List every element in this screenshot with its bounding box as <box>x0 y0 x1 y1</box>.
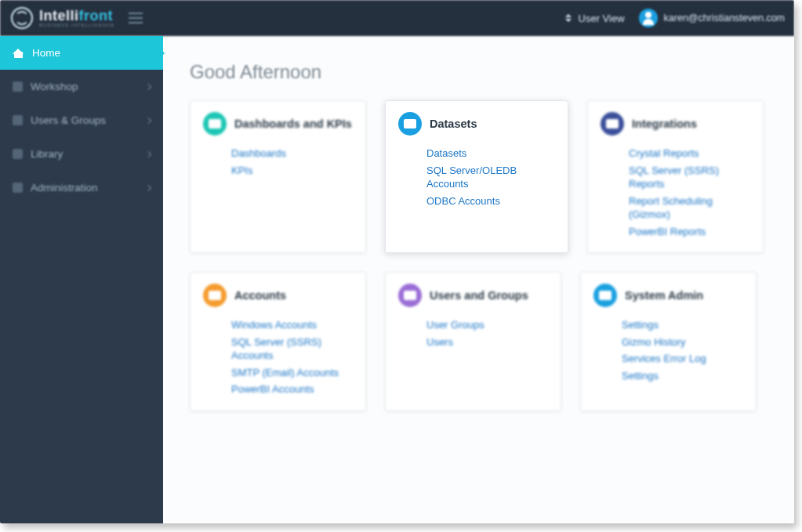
sidebar-item-label: Users & Groups <box>31 114 106 126</box>
card-header: System Admin <box>593 284 743 307</box>
sidebar-item-label: Home <box>32 47 60 59</box>
card-links: User GroupsUsers <box>398 318 548 349</box>
sidebar: HomeWorkshopUsers & GroupsLibraryAdminis… <box>0 36 163 523</box>
sidebar-item-home[interactable]: Home <box>0 36 163 70</box>
sidebar-item-workshop[interactable]: Workshop <box>0 70 163 103</box>
card-link[interactable]: Gizmo History <box>622 335 743 349</box>
card-link[interactable]: SQL Server (SSRS) Reports <box>629 164 750 191</box>
chevron-right-icon <box>145 184 151 190</box>
card-header: Datasets <box>398 112 555 136</box>
chevron-right-icon <box>145 83 151 89</box>
page-greeting: Good Afternoon <box>190 61 772 83</box>
swap-icon <box>563 13 574 24</box>
card-link[interactable]: PowerBI Reports <box>629 225 750 239</box>
cards-grid: Dashboards and KPIsDashboardsKPIsDataset… <box>190 100 772 411</box>
home-icon <box>13 47 24 59</box>
card-header: Dashboards and KPIs <box>203 112 353 136</box>
card-links: DashboardsKPIs <box>203 147 353 177</box>
card-header: Users and Groups <box>398 284 548 307</box>
card-link[interactable]: PowerBI Accounts <box>231 382 353 396</box>
card-icon <box>398 284 422 307</box>
generic-icon <box>13 183 23 193</box>
logo-text: Intellifront BUSINESS INTELLIGENCE <box>39 9 114 27</box>
card-title: Users and Groups <box>430 289 528 302</box>
card-links: Crystal ReportsSQL Server (SSRS) Reports… <box>601 147 750 238</box>
card-link[interactable]: Crystal Reports <box>629 147 750 161</box>
user-email[interactable]: karen@christiansteven.com <box>664 13 785 24</box>
logo-mark-icon <box>11 7 33 29</box>
card-title: Dashboards and KPIs <box>234 118 352 130</box>
card-links: DatasetsSQL Server/OLEDB AccountsODBC Ac… <box>398 147 555 208</box>
sidebar-item-label: Workshop <box>31 81 78 92</box>
card-icon <box>593 284 617 307</box>
generic-icon <box>13 81 23 92</box>
card-icon <box>601 112 624 136</box>
card-title: Datasets <box>430 118 477 130</box>
user-view-toggle[interactable]: User View <box>563 13 625 24</box>
topbar: Intellifront BUSINESS INTELLIGENCE User … <box>0 0 794 36</box>
brand-part-a: Intelli <box>39 8 79 24</box>
card-icon <box>203 284 227 307</box>
card-link[interactable]: Settings <box>622 318 743 332</box>
sidebar-item-label: Administration <box>31 182 98 194</box>
card-link[interactable]: ODBC Accounts <box>426 194 555 208</box>
user-view-label: User View <box>579 13 625 24</box>
sidebar-item-library[interactable]: Library <box>0 137 163 171</box>
card-header: Accounts <box>203 284 353 307</box>
card-icon <box>398 112 422 136</box>
card-link[interactable]: Services Error Log <box>622 352 743 366</box>
card-link[interactable]: Datasets <box>426 147 555 161</box>
generic-icon <box>13 149 23 159</box>
card-title: System Admin <box>625 289 703 302</box>
card-links: SettingsGizmo HistoryServices Error LogS… <box>593 318 743 382</box>
card-link[interactable]: Users <box>426 335 548 349</box>
brand-logo[interactable]: Intellifront BUSINESS INTELLIGENCE <box>11 7 114 29</box>
card-link[interactable]: SQL Server (SSRS) Accounts <box>231 335 353 363</box>
sidebar-item-label: Library <box>31 148 63 160</box>
card-link[interactable]: Windows Accounts <box>231 318 353 332</box>
brand-part-b: front <box>79 8 113 24</box>
card-datasets: DatasetsDatasetsSQL Server/OLEDB Account… <box>385 100 568 253</box>
chevron-right-icon <box>145 117 151 123</box>
card-integrations: IntegrationsCrystal ReportsSQL Server (S… <box>587 100 764 253</box>
menu-toggle-icon[interactable] <box>129 13 143 24</box>
card-link[interactable]: SMTP (Email) Accounts <box>231 366 353 380</box>
card-link[interactable]: User Groups <box>426 318 548 332</box>
card-header: Integrations <box>601 112 750 136</box>
card-users-and-groups: Users and GroupsUser GroupsUsers <box>385 272 561 411</box>
card-icon <box>203 112 227 136</box>
body: HomeWorkshopUsers & GroupsLibraryAdminis… <box>0 36 794 523</box>
generic-icon <box>13 115 23 125</box>
sidebar-item-administration[interactable]: Administration <box>0 171 163 204</box>
chevron-right-icon <box>145 150 151 157</box>
card-link[interactable]: Settings <box>622 369 743 383</box>
card-system-admin: System AdminSettingsGizmo HistoryService… <box>580 272 757 411</box>
card-link[interactable]: SQL Server/OLEDB Accounts <box>426 164 555 191</box>
card-link[interactable]: Dashboards <box>231 147 353 161</box>
card-link[interactable]: KPIs <box>231 164 353 178</box>
card-links: Windows AccountsSQL Server (SSRS) Accoun… <box>203 318 353 396</box>
card-link[interactable]: Report Scheduling (Gizmox) <box>629 194 750 222</box>
main-content: Good Afternoon Dashboards and KPIsDashbo… <box>163 36 794 523</box>
app-shell: Intellifront BUSINESS INTELLIGENCE User … <box>0 0 794 523</box>
card-dashboards-and-kpis: Dashboards and KPIsDashboardsKPIs <box>190 100 366 253</box>
card-title: Integrations <box>632 118 697 130</box>
card-title: Accounts <box>234 289 286 302</box>
card-accounts: AccountsWindows AccountsSQL Server (SSRS… <box>190 272 366 411</box>
sidebar-item-users-groups[interactable]: Users & Groups <box>0 103 163 137</box>
brand-subtitle: BUSINESS INTELLIGENCE <box>39 23 114 27</box>
avatar-icon[interactable] <box>639 9 658 27</box>
